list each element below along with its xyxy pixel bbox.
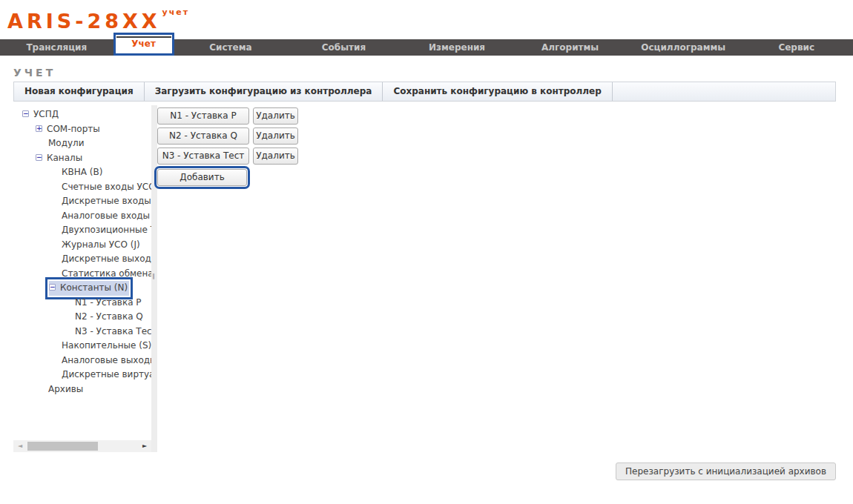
tree-item-label: Аналоговые выходы У [60,354,151,366]
nav-tab-измерения[interactable]: Измерения [401,39,514,56]
tree-item-label: Аналоговые входы УС [60,210,151,222]
toolbar-button-2[interactable]: Сохранить конфигурацию в контроллер [383,82,612,101]
toolbar-button-1[interactable]: Загрузить конфигурацию из контроллера [145,82,383,101]
scroll-right-icon[interactable]: ► [139,440,150,452]
tree-item[interactable]: Дискретные виртуаль [13,368,151,382]
delete-button[interactable]: Удалить [253,147,298,165]
add-constant-button[interactable]: Добавить [157,169,247,186]
tree-item-label: Счетные входы УСО ( [60,181,151,193]
tree-item[interactable]: Аналоговые выходы У [13,354,151,368]
constant-row: N2 - Уставка QУдалить [157,127,298,145]
tree-item-content: Двухпозиционные ТС [49,223,151,238]
constant-row: N1 - Уставка PУдалить [157,107,298,125]
app-logo-superscript: учет [162,7,190,17]
tree-item-label: Накопительные (S) [60,339,151,351]
tree-collapse-icon[interactable]: − [49,284,56,291]
tree-item-label: КВНА (B) [60,166,104,178]
tree-item-content: −Каналы [36,151,84,166]
config-tree-panel: −УСПД+COM-портыМодули−КаналыКВНА (B)Счет… [13,105,151,452]
reload-with-archive-init-button[interactable]: Перезагрузить с инициализацией архивов [616,462,836,480]
tree-collapse-icon[interactable]: − [22,110,29,117]
constants-list: N1 - Уставка PУдалитьN2 - Уставка QУдали… [157,107,298,186]
scrollbar-thumb[interactable] [27,442,98,451]
tree-item-content: Счетные входы УСО ( [49,180,151,195]
delete-button[interactable]: Удалить [253,107,298,125]
tree-item-label: N2 - Уставка Q [73,311,145,322]
app-logo-brand: ARIS-28XX [7,10,161,33]
tree-item[interactable]: N1 - Уставка P [13,296,151,311]
tree-item-content: Накопительные (S) [49,339,151,354]
tree-item[interactable]: Дискретные входы УС [13,194,151,209]
tree-item[interactable]: Аналоговые входы УС [13,209,151,224]
tree-item[interactable]: Журналы УСО (J) [13,238,151,253]
nav-tab-система[interactable]: Система [174,39,288,56]
tree-item[interactable]: Накопительные (S) [13,339,151,354]
tree-item-label: COM-порты [45,123,102,135]
tree-item[interactable]: Счетные входы УСО ( [13,180,151,195]
nav-tab-учет[interactable]: Учет [113,33,174,56]
nav-tab-трансляция[interactable]: Трансляция [0,39,113,56]
splitter-grip-icon: ∥ [152,273,155,279]
config-toolbar: Новая конфигурацияЗагрузить конфигурацию… [13,82,836,102]
tree-item[interactable]: N2 - Уставка Q [13,310,151,325]
tree-item-label: N3 - Уставка Тест [73,325,151,337]
config-tree: −УСПД+COM-портыМодули−КаналыКВНА (B)Счет… [13,107,151,440]
scroll-left-icon[interactable]: ◄ [15,440,25,452]
tree-item-content: Дискретные выходы У [49,252,151,267]
tree-item-label: Двухпозиционные ТС [60,224,151,236]
tree-item-label: Дискретные выходы У [60,253,151,265]
tree-item-content: N3 - Уставка Тест [62,325,151,339]
toolbar-button-0[interactable]: Новая конфигурация [14,82,145,101]
tree-item-content: −УСПД [22,107,60,122]
app-logo: ARIS-28XXучет [7,7,189,33]
tree-item-content: Аналоговые выходы У [49,354,151,368]
tree-item-content: Дискретные входы УС [49,194,151,209]
tree-horizontal-scrollbar[interactable]: ◄ ► [13,440,151,452]
tree-item[interactable]: Двухпозиционные ТС [13,223,151,238]
nav-tab-сервис[interactable]: Сервис [740,39,853,56]
main-nav: ТрансляцияУчетСистемаСобытияИзмеренияАлг… [0,39,853,56]
tree-item[interactable]: Архивы [13,382,151,397]
tree-item-label: Журналы УСО (J) [60,239,142,251]
constant-row: N3 - Уставка ТестУдалить [157,147,298,165]
tree-item-content: Аналоговые входы УС [49,209,151,224]
tree-collapse-icon[interactable]: − [36,154,42,161]
tree-item-content: N1 - Уставка P [62,296,143,311]
nav-tab-события[interactable]: События [287,39,401,56]
tree-item[interactable]: −Константы (N) [13,281,151,296]
tree-item[interactable]: +COM-порты [13,122,151,137]
tree-item-label: Дискретные входы УС [60,195,151,207]
tree-item-label: Каналы [45,152,84,164]
tree-item-content: Статистика обмена (М [49,267,151,282]
tree-item-content: Архивы [36,382,85,397]
tree-item-label: Дискретные виртуаль [60,368,151,380]
tree-item[interactable]: Статистика обмена (М [13,267,151,282]
tree-item[interactable]: −УСПД [13,107,151,122]
app-window: ARIS-28XXучет ТрансляцияУчетСистемаСобыт… [0,0,853,504]
constant-button[interactable]: N3 - Уставка Тест [157,147,249,165]
tree-item-content: N2 - Уставка Q [62,310,145,325]
page-title: УЧЕТ [13,67,56,79]
constant-button[interactable]: N2 - Уставка Q [157,127,249,145]
tree-item-label: Константы (N) [59,282,129,294]
constant-button[interactable]: N1 - Уставка P [157,107,249,125]
tree-item-content: КВНА (B) [49,165,104,180]
tree-item-label: Статистика обмена (М [60,268,151,279]
tree-item-content: Дискретные виртуаль [49,368,151,382]
tree-item-content: −Константы (N) [49,281,129,296]
tree-item[interactable]: N3 - Уставка Тест [13,325,151,339]
tree-item[interactable]: КВНА (B) [13,165,151,180]
tree-item-content: +COM-порты [36,122,102,137]
tree-item[interactable]: −Каналы [13,151,151,166]
tree-item[interactable]: Модули [13,136,151,151]
tree-expand-icon[interactable]: + [36,125,42,132]
tree-item-label: Архивы [47,383,85,395]
tree-item-content: Модули [36,136,86,151]
panel-splitter[interactable]: ∥ [151,105,157,452]
tree-item-label: Модули [47,137,86,149]
nav-tab-алгоритмы[interactable]: Алгоритмы [513,39,627,56]
tree-item-content: Журналы УСО (J) [49,238,142,253]
tree-item[interactable]: Дискретные выходы У [13,252,151,267]
nav-tab-осциллограммы[interactable]: Осциллограммы [627,39,740,56]
delete-button[interactable]: Удалить [253,127,298,145]
